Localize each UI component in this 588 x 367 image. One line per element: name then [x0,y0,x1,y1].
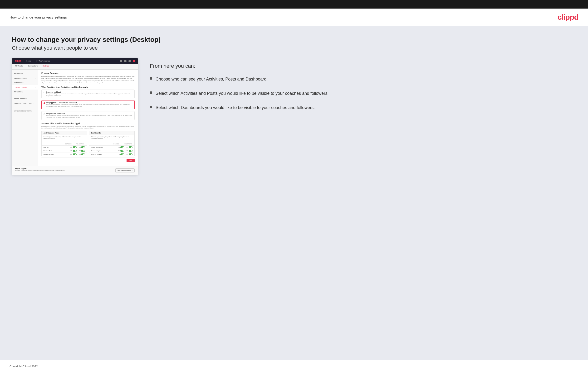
mock-tables-row: Activities and Posts Select the types of… [41,131,135,156]
toggle-insights-coaches [120,150,124,152]
mock-radio-followers: Only Approved Followers and Your Coach O… [41,100,135,109]
settings-icon [124,60,127,62]
toggle-insights-followers [129,150,132,152]
bullet-item-2: Select which Activities and Posts you wo… [150,91,576,96]
footer: Copyright Clippd 2022 [0,360,588,367]
mock-subnav-connections: Connections [28,65,38,68]
mock-features-desc: Regardless of the privacy controls that … [41,125,135,129]
sidebar-divider [12,95,38,95]
mock-community-button[interactable]: Visit Our Community ↗ [115,168,135,172]
mock-sidebar-subscription: Subscription › [12,81,38,85]
mock-save-row: Save [41,157,135,164]
mock-subnav: My Profile Connections Settings [12,64,138,70]
mock-sidebar-help: Help & Support ↗ [12,96,38,101]
bullet-square-2 [150,92,152,94]
radio-dot-followers [43,102,45,104]
bullet-text-3: Select which Dashboards you would like t… [156,105,315,111]
bullet-item-3: Select which Dashboards you would like t… [150,105,576,111]
mock-subnav-profile: My Profile [15,65,23,68]
main-content: How to change your privacy settings (Des… [0,26,588,360]
mock-save-button[interactable]: Save [127,159,135,162]
logo: clippd [558,13,579,22]
mock-sidebar-data: Data Integrations › [12,76,38,81]
toggle-manual-followers [81,153,85,155]
mock-activities-header: Activities and Posts [42,131,87,135]
mock-help-section: Help & Support Visit our Clippd communit… [12,166,138,175]
toggle-rounds-coaches [73,146,77,148]
mock-logo: clippd [15,60,21,62]
header-title: How to change your privacy settings [9,15,67,19]
mock-dashboards-subheader: COACHES FOLLOWERS [89,142,134,146]
toggle-player-coaches [120,146,124,148]
chevron-icon: › [35,73,35,75]
mock-sidebar-account: My Account › [12,72,38,76]
mock-dashboards-desc: Select the types of activity that you'd … [89,135,134,141]
mock-nav: clippd Home My Performance [12,58,138,64]
radio-dot-everyone [43,92,45,93]
followers-col-label-2: FOLLOWERS [123,143,132,145]
right-panel: From here you can: Choose who can see yo… [150,58,576,119]
followers-col-label: FOLLOWERS [75,143,85,145]
mock-activities-subheader: COACHES FOLLOWERS [42,142,87,146]
mock-panel: Privacy Controls Control how you and you… [38,70,138,166]
radio-dot-coach [43,113,45,115]
mock-privacy-desc: Control how you and your data appears to… [41,75,135,84]
screenshot-mock: clippd Home My Performance My Profile Co… [12,58,138,175]
mock-dashboards-header: Dashboards [89,131,134,135]
mock-row-rounds: Rounds ON ON [42,146,87,149]
toggle-rounds-followers [81,146,85,148]
page-heading: How to change your privacy settings (Des… [12,36,576,43]
mock-nav-performance: My Performance [36,60,50,62]
mock-privacy-title: Privacy Controls [41,72,135,74]
chevron-icon: › [35,87,35,88]
mock-row-drills: Practice Drills ON ON [42,149,87,153]
mock-help-desc: Visit our Clippd community to troublesho… [15,169,65,172]
mock-radio-everyone: Everyone on Clippd Everyone on Clippd ca… [41,90,135,98]
avatar [133,60,135,62]
from-here-title: From here you can: [150,63,576,69]
mock-features-title: Show or hide specific features in Clippd [41,122,135,125]
mock-row-player-dashboard: Player Dashboard ON ON [89,146,134,149]
mock-sidebar: My Account › Data Integrations › Subscri… [12,70,38,166]
mock-radio-group: Everyone on Clippd Everyone on Clippd ca… [41,90,135,120]
mock-sidebar-service: Service & Privacy Policy ↗ [12,101,38,106]
external-link-icon: ↗ [131,170,132,171]
mock-nav-right [120,60,135,62]
mock-nav-home: Home [26,60,31,62]
bullet-square-1 [150,77,152,80]
mock-body: My Account › Data Integrations › Subscri… [12,70,138,166]
mock-sidebar-golfbag: My Golf Bag › [12,90,38,94]
page-subheading: Choose what you want people to see [12,45,576,51]
bullet-text-2: Select which Activities and Posts you wo… [156,91,329,96]
toggle-manual-coaches [73,153,77,155]
header: How to change your privacy settings clip… [0,8,588,26]
bullet-square-3 [150,106,152,108]
coaches-col-label-2: COACHES [111,143,121,145]
toggle-player-followers [129,146,132,148]
mock-help-title: Help & Support [15,168,65,169]
mock-radio-coach: Only You and Your Coach Only you and the… [41,111,135,120]
mock-activities-desc: Select the types of activity that you'd … [42,135,87,141]
chevron-icon: › [35,78,35,79]
chevron-icon: › [35,82,35,83]
bullet-text-1: Choose who can see your Activities, Post… [156,76,268,82]
search-icon [120,60,122,62]
mock-dashboards-table: Dashboards Select the types of activity … [89,131,135,156]
chevron-icon: › [35,91,35,93]
mock-sidebar-privacy: Privacy Controls › [12,85,38,90]
top-bar [0,0,588,8]
mock-row-what-to-work: What To Work On ON ON [89,153,134,156]
mock-row-manual: Manual Activities ON ON [42,153,87,156]
toggle-drills-coaches [73,150,77,152]
toggle-work-followers [129,153,132,155]
mock-visibility-title: Who Can See Your Activities and Dashboar… [41,86,135,88]
content-row: clippd Home My Performance My Profile Co… [12,58,576,175]
notifications-icon [129,60,131,62]
bullet-list: Choose who can see your Activities, Post… [150,76,576,111]
mock-activities-table: Activities and Posts Select the types of… [41,131,87,156]
toggle-work-coaches [120,153,124,155]
mock-sidebar-version: Clippd Client Version: 2022.8.2SQL Serve… [12,108,38,114]
footer-text: Copyright Clippd 2022 [9,365,38,367]
bullet-item-1: Choose who can see your Activities, Post… [150,76,576,82]
toggle-drills-followers [81,150,85,152]
